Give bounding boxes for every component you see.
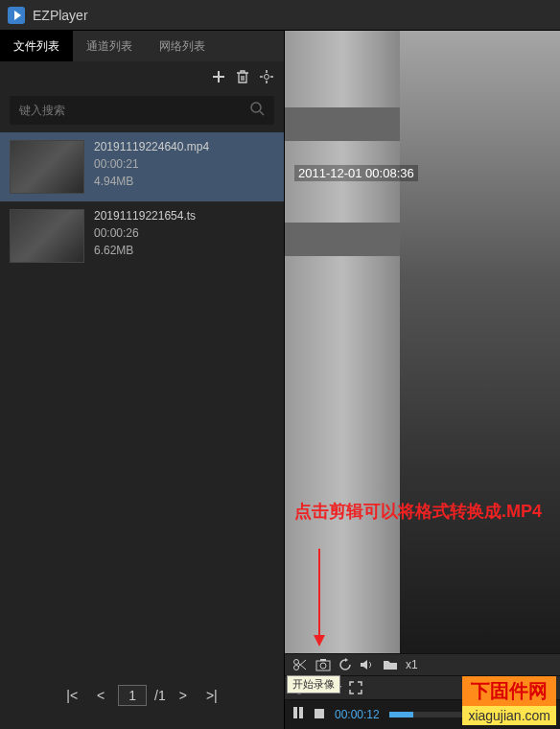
search-icon[interactable] <box>249 101 265 120</box>
thumbnail <box>10 209 84 263</box>
stop-button[interactable] <box>314 706 325 723</box>
settings-icon[interactable] <box>259 69 274 88</box>
list-item[interactable]: 20191119224640.mp4 00:00:21 4.94MB <box>0 132 284 201</box>
watermark-url: xiagujian.com <box>462 706 556 725</box>
svg-point-2 <box>294 660 299 665</box>
file-toolbar <box>0 61 284 96</box>
svg-point-0 <box>265 75 269 80</box>
annotation-arrow <box>318 549 320 645</box>
pagination: |< < 1 /1 > >| <box>0 673 284 729</box>
tab-file-list[interactable]: 文件列表 <box>0 31 73 61</box>
sidebar: 文件列表 通道列表 网络列表 <box>0 31 285 729</box>
scissors-icon[interactable] <box>292 658 308 671</box>
page-current: 1 <box>118 685 147 706</box>
file-name: 20191119224640.mp4 <box>94 140 209 153</box>
player-panel: 2011-12-01 00:08:36 点击剪辑可以将格式转换成.MP4 <box>285 31 560 729</box>
delete-icon[interactable] <box>236 69 249 88</box>
annotation-text: 点击剪辑可以将格式转换成.MP4 <box>294 501 542 523</box>
page-next-icon[interactable]: > <box>174 686 193 705</box>
tooltip: 开始录像 <box>287 675 340 694</box>
file-duration: 00:00:26 <box>94 226 196 240</box>
video-timestamp: 2011-12-01 00:08:36 <box>294 165 418 181</box>
pause-button[interactable] <box>292 706 304 723</box>
svg-rect-15 <box>315 709 324 718</box>
file-name: 20191119221654.ts <box>94 209 196 223</box>
time-display: 00:00:12 <box>335 708 380 721</box>
app-title: EZPlayer <box>33 8 88 23</box>
titlebar: EZPlayer <box>0 0 560 31</box>
speed-label: x1 <box>406 658 418 671</box>
svg-point-1 <box>251 103 261 112</box>
page-total: /1 <box>154 688 166 703</box>
file-size: 4.94MB <box>94 175 209 188</box>
watermark-title: 下固件网 <box>462 676 556 706</box>
app-logo <box>8 7 25 24</box>
file-list: 20191119224640.mp4 00:00:21 4.94MB 20191… <box>0 132 284 673</box>
folder-icon[interactable] <box>383 659 398 670</box>
svg-rect-14 <box>299 707 303 718</box>
file-duration: 00:00:21 <box>94 157 209 171</box>
tab-channel-list[interactable]: 通道列表 <box>73 31 146 61</box>
page-first-icon[interactable]: |< <box>60 686 83 705</box>
refresh-icon[interactable] <box>338 658 352 671</box>
tab-network-list[interactable]: 网络列表 <box>146 31 219 61</box>
expand-icon[interactable] <box>349 681 362 694</box>
list-item[interactable]: 20191119221654.ts 00:00:26 6.62MB <box>0 201 284 270</box>
search-box <box>10 96 274 125</box>
svg-rect-6 <box>320 659 326 661</box>
camera-icon[interactable] <box>315 658 331 671</box>
volume-icon[interactable] <box>360 658 375 671</box>
search-input[interactable] <box>19 104 249 117</box>
progress-fill <box>389 712 414 717</box>
thumbnail <box>10 140 84 194</box>
svg-point-5 <box>320 663 326 669</box>
page-prev-icon[interactable]: < <box>91 686 110 705</box>
svg-rect-13 <box>293 707 297 718</box>
video-area[interactable]: 2011-12-01 00:08:36 点击剪辑可以将格式转换成.MP4 <box>285 31 560 653</box>
add-icon[interactable] <box>211 69 226 88</box>
tabs: 文件列表 通道列表 网络列表 <box>0 31 284 61</box>
page-last-icon[interactable]: >| <box>200 686 223 705</box>
file-size: 6.62MB <box>94 244 196 257</box>
watermark: 下固件网 xiagujian.com <box>462 676 556 725</box>
svg-point-3 <box>294 666 299 670</box>
